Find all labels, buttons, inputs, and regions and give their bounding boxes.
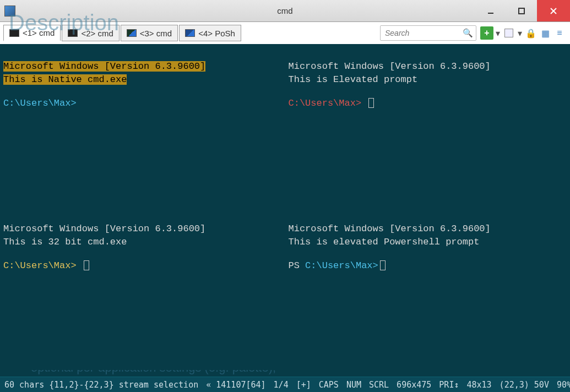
- status-scrl: SCRL: [369, 380, 389, 390]
- tab-label: <4> PoSh: [198, 29, 235, 38]
- status-cursor: (22,3) 50V: [500, 380, 549, 390]
- close-button[interactable]: [537, 0, 570, 21]
- status-pane: 1/4: [274, 380, 289, 390]
- search-wrap: 🔍: [380, 25, 476, 41]
- tab-1-cmd[interactable]: <1> cmd: [3, 25, 61, 41]
- cursor: [84, 260, 89, 270]
- pane-bottom-left[interactable]: Microsoft Windows [Version 6.3.9600] Thi…: [0, 208, 285, 370]
- tab-label: <2> cmd: [81, 29, 113, 38]
- pane-top-right[interactable]: Microsoft Windows [Version 6.3.9600] Thi…: [285, 45, 571, 208]
- maximize-button[interactable]: [506, 0, 537, 21]
- svg-rect-1: [519, 8, 524, 14]
- pane-top-left[interactable]: Microsoft Windows [Version 6.3.9600] Thi…: [0, 45, 285, 208]
- cmd-icon: [127, 29, 137, 37]
- search-icon[interactable]: 🔍: [463, 28, 473, 38]
- status-size: 696x475: [397, 380, 431, 390]
- console-grid: Microsoft Windows [Version 6.3.9600] Thi…: [0, 45, 570, 370]
- status-plus[interactable]: [+]: [296, 380, 311, 390]
- status-caps: CAPS: [319, 380, 339, 390]
- app-icon: [4, 6, 15, 17]
- cursor: [368, 98, 374, 108]
- status-cell: 48x13: [466, 380, 491, 390]
- status-pri[interactable]: PRI↕: [439, 380, 459, 390]
- titlebar: cmd: [0, 0, 570, 22]
- cursor: [380, 260, 386, 270]
- panels-icon[interactable]: ▦: [539, 26, 552, 40]
- tab-label: <3> cmd: [140, 29, 172, 38]
- window-controls: [475, 0, 570, 21]
- cmd-icon: [68, 29, 78, 37]
- tab-2-cmd[interactable]: <2> cmd: [62, 25, 119, 41]
- add-tab-button[interactable]: +: [480, 26, 493, 40]
- status-zoom[interactable]: 90%: [557, 380, 570, 390]
- powershell-icon: [185, 29, 195, 37]
- status-bar: 60 chars {11,2}-{22,3} stream selection …: [0, 377, 570, 392]
- lock-icon[interactable]: 🔒: [524, 26, 538, 40]
- toolbar-dropdown[interactable]: ▾: [517, 26, 523, 40]
- status-num: NUM: [346, 380, 361, 390]
- status-selection: 60 chars {11,2}-{22,3} stream selection: [4, 380, 198, 390]
- pane-bottom-right[interactable]: Microsoft Windows [Version 6.3.9600] Thi…: [285, 208, 571, 370]
- tab-bar: <1> cmd <2> cmd <3> cmd <4> PoSh 🔍 + ▾ ▾…: [0, 22, 570, 45]
- toolbar-button[interactable]: [502, 26, 515, 40]
- tab-4-posh[interactable]: <4> PoSh: [179, 25, 241, 41]
- minimize-button[interactable]: [475, 0, 506, 21]
- status-build: « 141107[64]: [206, 380, 265, 390]
- cmd-icon: [9, 29, 19, 37]
- tab-label: <1> cmd: [23, 28, 55, 37]
- window-title: cmd: [277, 6, 292, 15]
- search-input[interactable]: [380, 25, 476, 41]
- menu-lines-icon[interactable]: ≡: [553, 26, 566, 40]
- tab-3-cmd[interactable]: <3> cmd: [121, 25, 178, 41]
- add-tab-dropdown[interactable]: ▾: [495, 26, 501, 40]
